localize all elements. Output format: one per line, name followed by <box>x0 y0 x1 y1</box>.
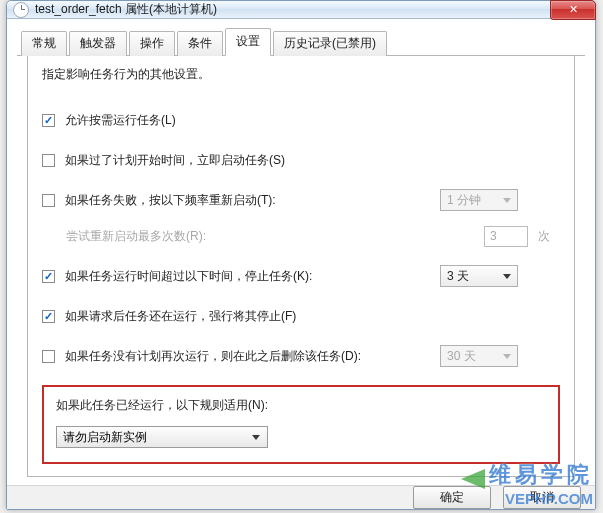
window-title: test_order_fetch 属性(本地计算机) <box>35 1 217 18</box>
tab-settings[interactable]: 设置 <box>225 28 271 56</box>
select-delete-delay[interactable]: 30 天 <box>440 345 518 367</box>
select-restart-interval[interactable]: 1 分钟 <box>440 189 518 211</box>
select-concurrent-rule-value: 请勿启动新实例 <box>63 429 147 446</box>
tab-conditions[interactable]: 条件 <box>177 31 223 56</box>
rule-highlight-box: 如果此任务已经运行，以下规则适用(N): 请勿启动新实例 <box>42 385 560 464</box>
checkbox-force-stop[interactable] <box>42 310 55 323</box>
label-restart-on-fail: 如果任务失败，按以下频率重新启动(T): <box>65 192 440 209</box>
row-force-stop: 如果请求后任务还在运行，强行将其停止(F) <box>42 305 560 327</box>
row-run-if-missed: 如果过了计划开始时间，立即启动任务(S) <box>42 149 560 171</box>
tab-general[interactable]: 常规 <box>21 31 67 56</box>
tabstrip: 常规 触发器 操作 条件 设置 历史记录(已禁用) <box>17 27 585 56</box>
label-concurrent-rule: 如果此任务已经运行，以下规则适用(N): <box>56 397 546 414</box>
tab-actions[interactable]: 操作 <box>129 31 175 56</box>
label-retry-suffix: 次 <box>538 228 560 245</box>
settings-panel: 指定影响任务行为的其他设置。 允许按需运行任务(L) 如果过了计划开始时间，立即… <box>27 56 575 477</box>
label-run-if-missed: 如果过了计划开始时间，立即启动任务(S) <box>65 152 560 169</box>
row-stop-if-long: 如果任务运行时间超过以下时间，停止任务(K): 3 天 <box>42 265 560 287</box>
ok-button[interactable]: 确定 <box>413 486 491 509</box>
tab-triggers[interactable]: 触发器 <box>69 31 127 56</box>
clock-icon <box>13 2 29 18</box>
select-concurrent-rule[interactable]: 请勿启动新实例 <box>56 426 268 448</box>
checkbox-delete-unscheduled[interactable] <box>42 350 55 363</box>
tab-container: 常规 触发器 操作 条件 设置 历史记录(已禁用) 指定影响任务行为的其他设置。… <box>7 19 595 485</box>
label-delete-unscheduled: 如果任务没有计划再次运行，则在此之后删除该任务(D): <box>65 348 440 365</box>
input-retry-count[interactable]: 3 <box>484 226 528 247</box>
tab-history[interactable]: 历史记录(已禁用) <box>273 31 387 56</box>
checkbox-restart-on-fail[interactable] <box>42 194 55 207</box>
label-force-stop: 如果请求后任务还在运行，强行将其停止(F) <box>65 308 560 325</box>
label-stop-if-long: 如果任务运行时间超过以下时间，停止任务(K): <box>65 268 440 285</box>
close-button[interactable]: ✕ <box>550 0 596 20</box>
checkbox-run-if-missed[interactable] <box>42 154 55 167</box>
label-allow-on-demand: 允许按需运行任务(L) <box>65 112 560 129</box>
row-restart-on-fail: 如果任务失败，按以下频率重新启动(T): 1 分钟 <box>42 189 560 211</box>
panel-description: 指定影响任务行为的其他设置。 <box>42 66 560 83</box>
checkbox-stop-if-long[interactable] <box>42 270 55 283</box>
cancel-button[interactable]: 取消 <box>503 486 581 509</box>
row-allow-on-demand: 允许按需运行任务(L) <box>42 109 560 131</box>
checkbox-allow-on-demand[interactable] <box>42 114 55 127</box>
dialog-footer: 确定 取消 <box>7 485 595 509</box>
titlebar[interactable]: test_order_fetch 属性(本地计算机) ✕ <box>7 1 595 19</box>
row-retry-count: 尝试重新启动最多次数(R): 3 次 <box>66 225 560 247</box>
row-delete-if-not-scheduled: 如果任务没有计划再次运行，则在此之后删除该任务(D): 30 天 <box>42 345 560 367</box>
dialog-window: test_order_fetch 属性(本地计算机) ✕ 常规 触发器 操作 条… <box>6 0 596 510</box>
label-retry-count: 尝试重新启动最多次数(R): <box>66 228 484 245</box>
select-stop-duration[interactable]: 3 天 <box>440 265 518 287</box>
